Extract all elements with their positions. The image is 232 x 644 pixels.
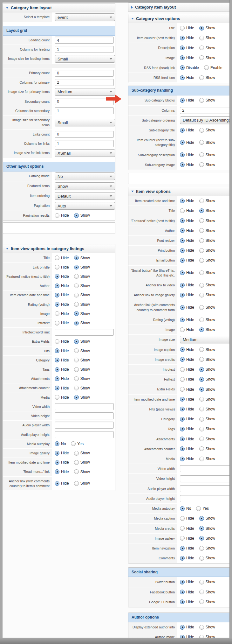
- title-option-show[interactable]: Show: [74, 256, 90, 260]
- featured-notice-next-to-title-option-show[interactable]: Show: [74, 274, 90, 279]
- attachments-option-hide[interactable]: Hide: [180, 437, 194, 441]
- panel-header[interactable]: Category item layout: [128, 3, 232, 12]
- sub-category-image-option-show[interactable]: Show: [199, 162, 215, 167]
- fulltext-option-show[interactable]: Show: [199, 377, 215, 382]
- author-option-show[interactable]: Show: [74, 284, 90, 288]
- audio-player-height-input[interactable]: [55, 431, 114, 438]
- links-count-input[interactable]: [55, 131, 114, 138]
- image-size-for-link-items-select[interactable]: XSmall: [55, 149, 115, 157]
- item-modified-date-and-time-option-hide[interactable]: Hide: [55, 460, 69, 465]
- rss-feed-head-link-option-enable[interactable]: Enable: [204, 65, 222, 70]
- sub-category-ordering-select[interactable]: Default (By ID Ascending): [180, 116, 232, 124]
- image-option-hide[interactable]: Hide: [180, 327, 194, 332]
- columns-input[interactable]: [180, 107, 232, 114]
- category-option-hide[interactable]: Hide: [180, 417, 194, 422]
- columns-for-links-input[interactable]: [55, 140, 114, 147]
- image-gallery-option-show[interactable]: Show: [199, 536, 215, 541]
- anchor-link-to-video-option-show[interactable]: Show: [199, 283, 215, 288]
- author-option-hide[interactable]: Hide: [55, 284, 69, 288]
- columns-for-primary-input[interactable]: [55, 79, 114, 86]
- title-option-hide[interactable]: Hide: [180, 208, 194, 213]
- rating-voting-option-show[interactable]: Show: [199, 318, 215, 322]
- facebook-button-option-hide[interactable]: Hide: [180, 590, 194, 594]
- tags-option-show[interactable]: Show: [74, 367, 90, 372]
- catalog-mode-select[interactable]: No: [55, 172, 115, 180]
- image-credits-option-hide[interactable]: Hide: [180, 357, 194, 362]
- media-option-show[interactable]: Show: [199, 457, 215, 461]
- attachments-counter-option-show[interactable]: Show: [199, 446, 215, 451]
- display-extended-author-info-option-show[interactable]: Show: [199, 625, 215, 630]
- anchor-link-with-comments-counter-to-comment-form-option-show[interactable]: Show: [199, 305, 215, 310]
- category-option-hide[interactable]: Hide: [55, 358, 69, 362]
- hits-option-hide[interactable]: Hide: [55, 348, 69, 353]
- anchor-link-to-video-option-hide[interactable]: Hide: [180, 283, 194, 288]
- item-navigation-option-hide[interactable]: Hide: [180, 546, 194, 551]
- title-option-show[interactable]: Show: [199, 26, 215, 31]
- attachments-option-hide[interactable]: Hide: [55, 376, 69, 381]
- image-option-hide[interactable]: Hide: [55, 311, 69, 316]
- featured-notice-next-to-title-option-hide[interactable]: Hide: [180, 218, 194, 223]
- anchor-link-with-comments-counter-to-item-s-comment-option-show[interactable]: Show: [74, 481, 90, 486]
- extra-fields-option-hide[interactable]: Hide: [180, 387, 194, 392]
- rating-voting-option-show[interactable]: Show: [74, 302, 90, 307]
- media-autoplay-option-no[interactable]: No: [180, 506, 191, 511]
- featured-items-select[interactable]: Show: [55, 182, 115, 190]
- attachments-option-show[interactable]: Show: [199, 437, 215, 441]
- primary-count-input[interactable]: [55, 70, 114, 77]
- panel-header[interactable]: Item view options: [128, 187, 232, 196]
- anchor-link-to-image-gallery-option-hide[interactable]: Hide: [180, 293, 194, 298]
- rss-feed-icon-option-hide[interactable]: Hide: [180, 75, 194, 80]
- item-created-date-and-time-option-show[interactable]: Show: [74, 293, 90, 298]
- introtext-option-show[interactable]: Show: [74, 321, 90, 326]
- tags-option-show[interactable]: Show: [199, 427, 215, 431]
- image-gallery-option-show[interactable]: Show: [74, 451, 90, 456]
- item-counter-next-to-sub-category-title-option-hide[interactable]: Hide: [180, 140, 194, 145]
- rating-voting-option-hide[interactable]: Hide: [55, 302, 69, 307]
- item-created-date-and-time-option-show[interactable]: Show: [199, 199, 215, 203]
- sub-category-blocks-option-show[interactable]: Show: [199, 98, 215, 103]
- sub-category-blocks-option-hide[interactable]: Hide: [180, 98, 194, 103]
- pagination-select[interactable]: Auto: [55, 202, 115, 210]
- audio-player-height-input[interactable]: [180, 495, 232, 502]
- item-modified-date-and-time-option-show[interactable]: Show: [199, 397, 215, 402]
- attachments-option-show[interactable]: Show: [74, 376, 90, 381]
- fulltext-option-hide[interactable]: Hide: [180, 377, 194, 382]
- item-counter-next-to-sub-category-title-option-show[interactable]: Show: [199, 140, 215, 145]
- image-size-select[interactable]: Medium: [180, 336, 232, 343]
- google-1-button-option-hide[interactable]: Hide: [180, 599, 194, 604]
- category-option-show[interactable]: Show: [74, 358, 90, 362]
- extra-fields-option-show[interactable]: Show: [74, 339, 90, 344]
- hits-page-views-option-hide[interactable]: Hide: [180, 407, 194, 411]
- item-created-date-and-time-option-hide[interactable]: Hide: [55, 293, 69, 298]
- item-modified-date-and-time-option-hide[interactable]: Hide: [180, 397, 194, 402]
- item-counter-next-to-title-option-hide[interactable]: Hide: [180, 36, 194, 40]
- author-option-hide[interactable]: Hide: [180, 228, 194, 233]
- item-counter-next-to-title-option-show[interactable]: Show: [199, 36, 215, 40]
- print-button-option-show[interactable]: Show: [199, 248, 215, 253]
- rating-voting-option-hide[interactable]: Hide: [180, 318, 194, 322]
- select-a-template-select[interactable]: event: [55, 13, 115, 21]
- media-option-show[interactable]: Show: [74, 395, 90, 400]
- item-modified-date-and-time-option-show[interactable]: Show: [74, 460, 90, 465]
- attachments-counter-option-hide[interactable]: Hide: [180, 446, 194, 451]
- video-height-input[interactable]: [55, 412, 114, 419]
- pagination-results-option-show[interactable]: Show: [74, 213, 90, 218]
- sub-category-description-option-hide[interactable]: Hide: [180, 152, 194, 157]
- anchor-link-with-comments-counter-to-comment-form-option-hide[interactable]: Hide: [180, 305, 194, 310]
- media-autoplay-option-yes[interactable]: Yes: [196, 506, 209, 511]
- image-option-show[interactable]: Show: [199, 55, 215, 60]
- image-option-show[interactable]: Show: [74, 311, 90, 316]
- print-button-option-hide[interactable]: Hide: [180, 248, 194, 253]
- rss-feed-head-link-option-disable[interactable]: Disable: [180, 65, 199, 70]
- attachments-counter-option-hide[interactable]: Hide: [55, 386, 69, 390]
- introtext-option-show[interactable]: Show: [199, 367, 215, 372]
- image-caption-option-show[interactable]: Show: [199, 347, 215, 352]
- video-width-input[interactable]: [55, 403, 114, 410]
- social-button-like-sharethis-addthis-etc-option-hide[interactable]: Hide: [180, 270, 194, 275]
- media-option-hide[interactable]: Hide: [180, 457, 194, 461]
- introtext-option-hide[interactable]: Hide: [55, 321, 69, 326]
- category-option-show[interactable]: Show: [199, 417, 215, 422]
- item-created-date-and-time-option-hide[interactable]: Hide: [180, 199, 194, 203]
- extra-fields-option-show[interactable]: Show: [199, 387, 215, 392]
- media-caption-option-show[interactable]: Show: [199, 516, 215, 521]
